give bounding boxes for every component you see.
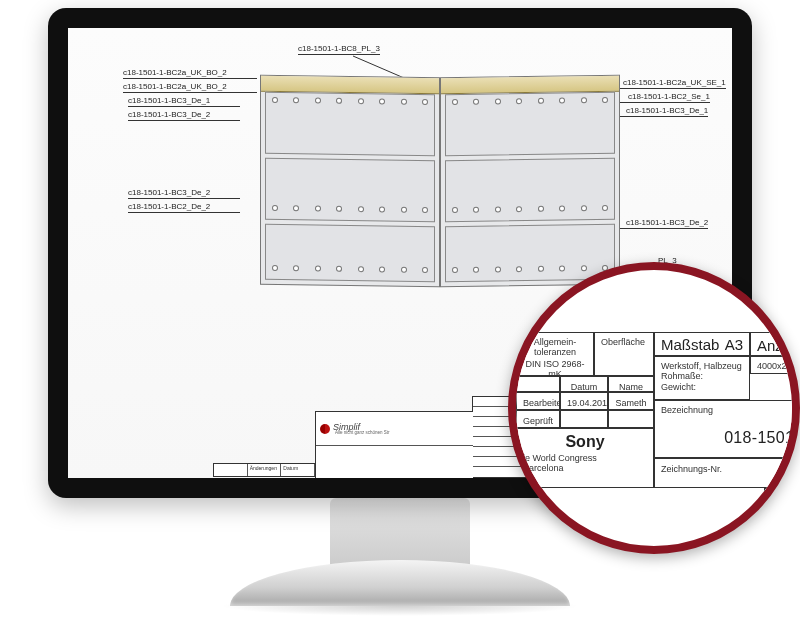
tol-label: Allgemein- toleranzen bbox=[523, 337, 587, 357]
callout-left-3: c18-1501-1-BC3_De_1 bbox=[128, 96, 210, 107]
callout-left-1: c18-1501-1-BC2a_UK_BO_2 bbox=[123, 68, 227, 79]
dims-value: 4000x2000x19 bbox=[757, 361, 800, 371]
format: A3 bbox=[725, 336, 743, 353]
callout-left-2: c18-1501-1-BC2a_UK_BO_2 bbox=[123, 82, 227, 93]
callout-left-6: c18-1501-1-BC2_De_2 bbox=[128, 202, 210, 213]
callout-left-4: c18-1501-1-BC3_De_2 bbox=[128, 110, 210, 121]
scale-label: Maßstab bbox=[661, 336, 719, 353]
edited-date: 19.04.2015 bbox=[567, 398, 612, 408]
callout-right-3: c18-1501-1-BC3_De_1 bbox=[626, 106, 708, 117]
callout-left-5: c18-1501-1-BC3_De_2 bbox=[128, 188, 210, 199]
client-name: Sony bbox=[523, 433, 647, 451]
checked-label: Geprüft bbox=[523, 416, 553, 426]
magnified-titleblock: Allgemein- toleranzen DIN ISO 2968-mK Ob… bbox=[508, 298, 800, 554]
callout-right-1: c18-1501-1-BC2a_UK_SE_1 bbox=[623, 78, 726, 89]
znr-label: Zeichnungs-Nr. bbox=[661, 464, 722, 474]
material-label: Werkstoff, Halbzeug Rohmaße: Gewicht: bbox=[661, 361, 743, 392]
date-header: Datum bbox=[571, 382, 598, 392]
panel-assembly bbox=[260, 76, 620, 286]
magnifier: Allgemein- toleranzen DIN ISO 2968-mK Ob… bbox=[508, 262, 800, 554]
brand-tagline: Alle nicht ganz schönen Str bbox=[335, 430, 390, 435]
event-name: le World Congress Barcelona bbox=[523, 453, 647, 473]
name-header: Name bbox=[619, 382, 643, 392]
revision-block: Änderungen Datum bbox=[213, 463, 315, 477]
edited-name: Sameth bbox=[615, 398, 646, 408]
drawing-number: 018-1501-1 bbox=[661, 429, 800, 447]
brand-logo-icon bbox=[320, 424, 330, 434]
anz-label: Anz bbox=[757, 337, 783, 354]
brand-box: Simplif Alle nicht ganz schönen Str bbox=[315, 411, 473, 478]
designation-label: Bezeichnung bbox=[661, 405, 800, 415]
edited-label: Bearbeitet bbox=[523, 398, 564, 408]
surface-label: Oberfläche bbox=[601, 337, 647, 347]
callout-right-4: c18-1501-1-BC3_De_2 bbox=[626, 218, 708, 229]
blatt-label: Blatt: bbox=[771, 494, 792, 504]
callout-right-2: c18-1501-1-BC2_Se_1 bbox=[628, 92, 710, 103]
callout-top: c18-1501-1-BC8_PL_3 bbox=[298, 44, 380, 55]
